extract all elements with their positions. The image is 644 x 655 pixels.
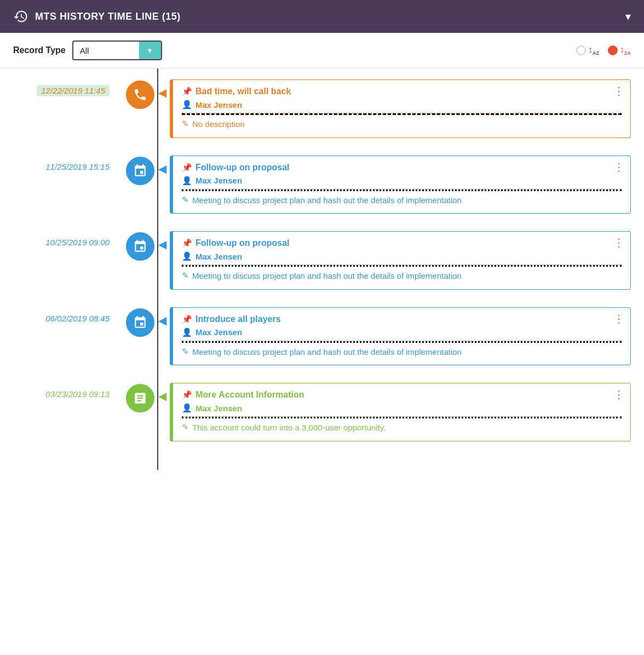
header: MTS HISTORY TIME LINE (15) ▾	[0, 0, 644, 33]
timeline-arrow	[154, 86, 170, 99]
timeline-card: ⋮ 📌 Bad time, will call back 👤 Max Jense…	[170, 79, 631, 138]
edit-icon: ✎	[182, 422, 189, 432]
card-more-button[interactable]: ⋮	[613, 313, 625, 324]
sort-az-radio[interactable]	[576, 45, 586, 55]
calendar-icon	[133, 315, 147, 330]
timeline-circle-calendar	[126, 232, 154, 261]
card-user: 👤 Max Jensen	[182, 100, 622, 110]
timeline-circle-note	[126, 384, 154, 412]
timeline-card: ⋮ 📌 Introduce all players 👤 Max Jensen ✎…	[170, 307, 631, 366]
timeline-item: 11/25/2019 15:15 ⋮ 📌 Follow-up on propos…	[0, 156, 644, 214]
card-description: ✎ This account could turn into a 3,000-u…	[182, 422, 622, 434]
timeline-item: 03/23/2019 09:13 ⋮ 📌 More Account Inform…	[0, 383, 644, 441]
timeline-card: ⋮ 📌 More Account Information 👤 Max Jense…	[170, 383, 631, 441]
card-divider	[182, 113, 622, 115]
filter-bar: Record Type All ▾ ↕AZ ↕ZA	[0, 33, 644, 68]
card-user: 👤 Max Jensen	[182, 328, 622, 337]
date-label: 10/25/2019 09:00	[45, 238, 110, 247]
date-label: 06/02/2019 08:45	[45, 314, 110, 323]
timeline-date: 03/23/2019 09:13	[0, 383, 126, 399]
card-divider	[182, 341, 622, 343]
card-description: ✎ Meeting to discuss project plan and ha…	[182, 270, 622, 283]
filter-left: Record Type All ▾	[13, 41, 162, 60]
user-icon: 👤	[182, 100, 192, 110]
header-chevron-icon[interactable]: ▾	[625, 10, 631, 23]
timeline-container: 12/22/2019 11:45 ⋮ 📌 Bad time, will call…	[0, 68, 644, 470]
phone-icon	[133, 88, 147, 102]
filter-right: ↕AZ ↕ZA	[576, 45, 631, 56]
timeline-arrow	[154, 162, 170, 175]
edit-icon: ✎	[182, 271, 189, 280]
calendar-icon	[133, 239, 147, 254]
timeline-arrow	[154, 238, 170, 251]
sort-za-icon: ↕ZA	[620, 45, 631, 56]
timeline-card: ⋮ 📌 Follow-up on proposal 👤 Max Jensen ✎…	[170, 231, 631, 290]
card-divider	[182, 416, 622, 418]
sort-az-icon: ↕AZ	[588, 45, 599, 56]
card-title: 📌 Follow-up on proposal	[182, 238, 622, 248]
card-more-button[interactable]: ⋮	[613, 389, 625, 400]
timeline-date: 11/25/2019 15:15	[0, 156, 126, 171]
timeline-item: 12/22/2019 11:45 ⋮ 📌 Bad time, will call…	[0, 79, 644, 138]
header-left: MTS HISTORY TIME LINE (15)	[13, 9, 181, 24]
timeline-date: 10/25/2019 09:00	[0, 231, 126, 247]
card-user: 👤 Max Jensen	[182, 251, 622, 261]
card-title: 📌 Introduce all players	[182, 314, 622, 324]
card-title: 📌 Bad time, will call back	[182, 87, 622, 96]
timeline-item: 10/25/2019 09:00 ⋮ 📌 Follow-up on propos…	[0, 231, 644, 290]
card-divider	[182, 265, 622, 267]
record-type-dropdown-arrow[interactable]: ▾	[139, 41, 161, 60]
record-type-select[interactable]: All ▾	[72, 41, 162, 60]
card-divider	[182, 189, 622, 191]
user-icon: 👤	[182, 251, 192, 261]
pin-icon: 📌	[182, 163, 192, 173]
timeline-circle-phone	[126, 81, 154, 109]
record-type-value: All	[73, 46, 139, 55]
date-label: 12/22/2019 11:45	[37, 85, 110, 96]
timeline-date: 12/22/2019 11:45	[0, 79, 126, 95]
card-title: 📌 Follow-up on proposal	[182, 163, 622, 173]
timeline-arrow	[154, 314, 170, 327]
card-user: 👤 Max Jensen	[182, 403, 622, 413]
sort-az-option[interactable]: ↕AZ	[576, 45, 599, 56]
edit-icon: ✎	[182, 119, 189, 129]
calendar-icon	[133, 164, 147, 178]
timeline-circle-calendar	[126, 157, 154, 185]
date-label: 11/25/2019 15:15	[45, 162, 110, 171]
note-icon	[133, 391, 147, 405]
timeline-arrow	[154, 389, 170, 403]
card-more-button[interactable]: ⋮	[613, 162, 625, 173]
edit-icon: ✎	[182, 347, 189, 357]
user-icon: 👤	[182, 403, 192, 413]
sort-za-radio[interactable]	[608, 45, 618, 55]
card-more-button[interactable]: ⋮	[613, 85, 625, 96]
timeline-circle-calendar	[126, 308, 154, 337]
card-user: 👤 Max Jensen	[182, 176, 622, 186]
record-type-label: Record Type	[13, 45, 66, 55]
user-icon: 👤	[182, 328, 192, 337]
timeline-date: 06/02/2019 08:45	[0, 307, 126, 323]
pin-icon: 📌	[182, 314, 192, 324]
pin-icon: 📌	[182, 390, 192, 400]
date-label: 03/23/2019 09:13	[45, 389, 110, 399]
sort-za-option[interactable]: ↕ZA	[608, 45, 631, 56]
card-description: ✎ No description	[182, 118, 622, 131]
pin-icon: 📌	[182, 87, 192, 96]
pin-icon: 📌	[182, 238, 192, 248]
card-description: ✎ Meeting to discuss project plan and ha…	[182, 346, 622, 359]
history-icon	[13, 9, 28, 24]
card-title: 📌 More Account Information	[182, 390, 622, 400]
timeline-item: 06/02/2019 08:45 ⋮ 📌 Introduce all playe…	[0, 307, 644, 366]
card-more-button[interactable]: ⋮	[613, 237, 625, 248]
card-description: ✎ Meeting to discuss project plan and ha…	[182, 194, 622, 207]
header-title: MTS HISTORY TIME LINE (15)	[35, 11, 181, 22]
user-icon: 👤	[182, 176, 192, 186]
timeline-card: ⋮ 📌 Follow-up on proposal 👤 Max Jensen ✎…	[170, 156, 631, 214]
edit-icon: ✎	[182, 195, 189, 205]
